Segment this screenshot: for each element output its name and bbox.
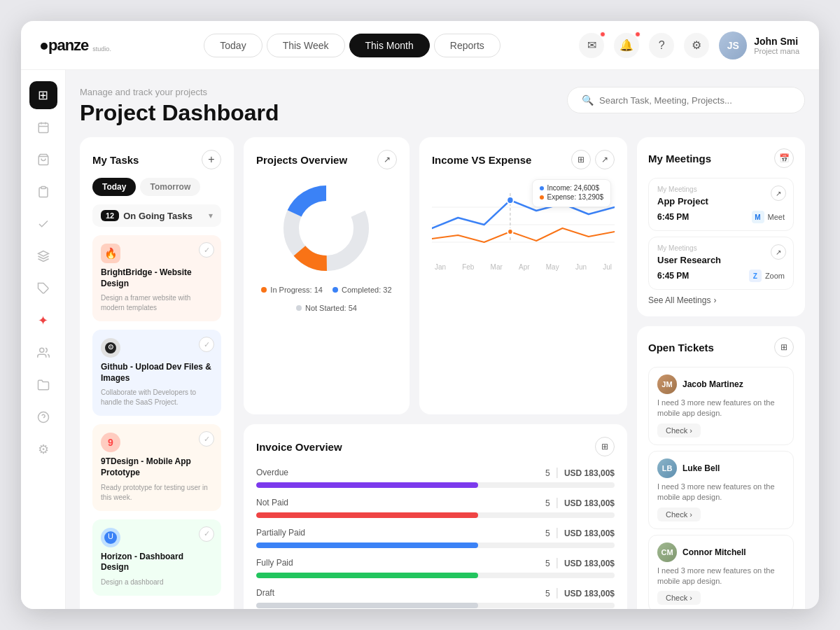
- donut-chart-area: In Progress: 14 Completed: 32 Not Starte…: [256, 179, 397, 312]
- svg-point-8: [39, 348, 43, 352]
- task-check[interactable]: ✓: [199, 526, 214, 542]
- sidebar-item-tag[interactable]: [29, 274, 57, 302]
- svg-text:⊙: ⊙: [108, 343, 113, 351]
- see-all-meetings[interactable]: See All Meetings ›: [648, 295, 794, 305]
- task-desc: Design a framer website with modern temp…: [101, 293, 213, 313]
- invoice-row-fully-paid: Fully Paid 5|USD 183,00$: [256, 556, 615, 578]
- header: panze studio. Today This Week This Month…: [21, 21, 819, 70]
- main-content: Manage and track your projects Project D…: [66, 70, 819, 609]
- meeting-expand-2[interactable]: ↗: [771, 244, 786, 260]
- invoice-row-draft: Draft 5|USD 183,00$: [256, 587, 615, 608]
- search-icon: 🔍: [582, 94, 594, 106]
- meeting-platform-1: M Meet: [752, 211, 785, 223]
- chart-legend: In Progress: 14 Completed: 32 Not Starte…: [256, 286, 397, 312]
- help-icon[interactable]: ?: [649, 33, 674, 58]
- ongoing-count: 12: [101, 210, 119, 221]
- calendar-icon[interactable]: 📅: [774, 148, 794, 168]
- invoice-overview-card: Invoice Overview ⊞ Overdue 5|USD 183,00$: [244, 424, 627, 609]
- tab-this-week[interactable]: This Week: [267, 34, 345, 57]
- sidebar-item-help[interactable]: [29, 403, 57, 431]
- sidebar-item-check[interactable]: [29, 210, 57, 238]
- user-name: John Smi: [754, 36, 799, 47]
- tab-reports[interactable]: Reports: [434, 34, 500, 57]
- sidebar-item-users[interactable]: [29, 339, 57, 367]
- tasks-title: My Tasks: [92, 154, 139, 166]
- legend-completed: Completed: 32: [332, 286, 392, 294]
- ticket-item-connor: CM Connor Mitchell I need 3 more new fea…: [648, 535, 794, 609]
- check-button-jacob[interactable]: Check ›: [657, 424, 701, 438]
- sidebar-item-folder[interactable]: [29, 371, 57, 399]
- tab-this-month[interactable]: This Month: [349, 34, 430, 57]
- expand-icon[interactable]: ↗: [377, 150, 397, 169]
- task-check[interactable]: ✓: [199, 337, 214, 352]
- settings-icon[interactable]: ⚙: [684, 33, 709, 58]
- tickets-card: Open Tickets ⊞ JM Jacob Martinez I need …: [637, 326, 805, 609]
- tab-today[interactable]: Today: [204, 34, 262, 57]
- line-chart: Income: 24,600$ Expense: 13,290$: [432, 179, 615, 263]
- expand-income-icon[interactable]: ↗: [595, 150, 615, 169]
- sidebar-item-calendar[interactable]: [29, 113, 57, 141]
- add-task-button[interactable]: +: [202, 150, 221, 169]
- sidebar-item-bag[interactable]: [29, 146, 57, 174]
- sidebar-item-layers[interactable]: [29, 242, 57, 270]
- legend-in-progress: In Progress: 14: [261, 286, 323, 294]
- tab-today-tasks[interactable]: Today: [92, 178, 136, 196]
- check-button-connor[interactable]: Check ›: [657, 591, 701, 605]
- tasks-column: My Tasks + Today Tomorrow 12 On Going Ta…: [80, 137, 234, 609]
- tickets-filter-icon[interactable]: ⊞: [774, 337, 794, 357]
- logo-sub: studio.: [92, 46, 111, 52]
- task-name: BrightBridge - Website Design: [101, 267, 213, 289]
- meeting-expand-1[interactable]: ↗: [771, 186, 786, 201]
- ticket-avatar-connor: CM: [657, 542, 677, 562]
- meet-icon: M: [752, 211, 764, 223]
- header-actions: ✉ 🔔 ? ⚙ JS John Smi Project mana: [579, 31, 799, 59]
- sidebar-item-grid[interactable]: ⊞: [29, 81, 57, 109]
- body: ⊞ ✦: [21, 70, 819, 609]
- search-bar[interactable]: 🔍: [567, 87, 805, 113]
- right-column: My Meetings 📅 ↗ My Meetings App Project …: [637, 137, 805, 609]
- svg-rect-5: [41, 187, 46, 189]
- task-name: Horizon - Dashboard Design: [101, 552, 213, 573]
- tickets-title: Open Tickets: [648, 342, 714, 354]
- svg-point-23: [507, 229, 512, 234]
- svg-rect-0: [38, 123, 48, 133]
- invoice-title: Invoice Overview: [256, 441, 342, 453]
- chart-tooltip: Income: 24,600$ Expense: 13,290$: [532, 179, 611, 207]
- invoice-row-partially-paid: Partially Paid 5|USD 183,00$: [256, 526, 615, 548]
- filter-icon[interactable]: ⊞: [571, 150, 591, 169]
- svg-text:U: U: [108, 532, 113, 540]
- tab-tomorrow-tasks[interactable]: Tomorrow: [140, 178, 200, 196]
- mail-icon[interactable]: ✉: [579, 33, 604, 58]
- sidebar-item-clipboard[interactable]: [29, 178, 57, 206]
- tasks-header: My Tasks +: [92, 150, 221, 169]
- task-check[interactable]: ✓: [199, 431, 214, 447]
- avatar: JS: [719, 31, 747, 59]
- chevron-down-icon: ▾: [209, 211, 213, 220]
- invoice-row-overdue: Overdue 5|USD 183,00$: [256, 466, 615, 488]
- bell-icon[interactable]: 🔔: [614, 33, 639, 58]
- sidebar-item-star[interactable]: ✦: [29, 307, 57, 335]
- search-input[interactable]: [599, 95, 790, 106]
- zoom-icon: Z: [749, 270, 762, 282]
- sidebar: ⊞ ✦: [21, 70, 66, 609]
- ticket-avatar-luke: LB: [657, 458, 677, 478]
- svg-point-22: [507, 197, 513, 204]
- chevron-right-icon: ›: [690, 510, 692, 519]
- task-item: U ✓ Horizon - Dashboard Design Design a …: [92, 519, 221, 596]
- check-button-luke[interactable]: Check ›: [657, 507, 701, 522]
- invoice-filter-icon[interactable]: ⊞: [595, 437, 615, 456]
- chart-x-labels: Jan Feb Mar Apr May Jun Jul: [432, 263, 615, 271]
- sidebar-item-settings[interactable]: ⚙: [29, 435, 57, 463]
- meeting-item-user-research: ↗ My Meetings User Research 6:45 PM Z Zo…: [648, 237, 794, 290]
- ongoing-tasks-header[interactable]: 12 On Going Tasks ▾: [92, 204, 221, 227]
- invoice-row-not-paid: Not Paid 5|USD 183,00$: [256, 496, 615, 518]
- task-tabs: Today Tomorrow: [92, 178, 221, 196]
- income-expense-title: Income VS Expense: [432, 154, 532, 166]
- task-item: 🔥 ✓ BrightBridge - Website Design Design…: [92, 235, 221, 321]
- task-check[interactable]: ✓: [199, 242, 214, 258]
- user-profile[interactable]: JS John Smi Project mana: [719, 31, 799, 59]
- meetings-title: My Meetings: [648, 153, 711, 164]
- dashboard-grid: My Tasks + Today Tomorrow 12 On Going Ta…: [80, 137, 805, 609]
- task-desc: Ready prototype for testing user in this…: [101, 483, 213, 503]
- chevron-right-icon: ›: [690, 594, 692, 602]
